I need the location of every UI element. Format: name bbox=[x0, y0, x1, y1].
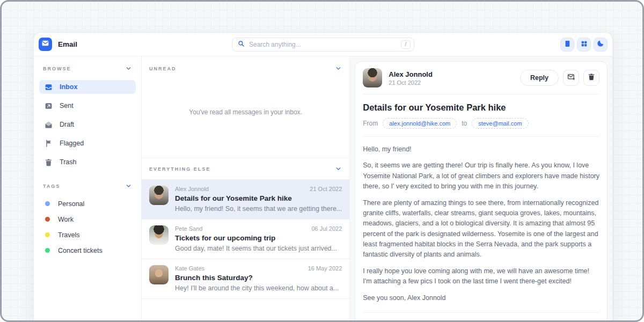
tag-dot bbox=[45, 201, 50, 206]
detail-date: 21 Oct 2022 bbox=[389, 79, 433, 86]
detail-header: Alex Jonnold 21 Oct 2022 Reply bbox=[363, 68, 599, 94]
email-paragraph: See you soon, Alex Jonnold bbox=[363, 293, 599, 303]
tags-list: Personal Work Travels Concert tickets bbox=[39, 196, 136, 258]
delete-button[interactable] bbox=[583, 70, 599, 86]
sidebar-item-label: Inbox bbox=[60, 83, 77, 91]
apps-grid-button[interactable] bbox=[577, 38, 591, 52]
sidebar-item-label: Trash bbox=[60, 158, 77, 166]
mail-snippet: Good day, mate! It seems that our ticket… bbox=[175, 245, 342, 252]
detail-area: Alex Jonnold 21 Oct 2022 Reply bbox=[350, 56, 612, 320]
sidebar-item-sent[interactable]: Sent bbox=[39, 99, 136, 113]
mail-list-item[interactable]: Pete Sand 06 Jul 2022 Tickets for our up… bbox=[142, 219, 349, 259]
brand: Email bbox=[39, 38, 232, 51]
app-window: Email / bbox=[33, 32, 613, 320]
email-body: Hello, my friend! So, it seems we are ge… bbox=[363, 137, 599, 313]
tag-label: Personal bbox=[58, 200, 84, 208]
chevron-down-icon bbox=[125, 65, 132, 72]
email-paragraph: So, it seems we are getting there! Our t… bbox=[363, 160, 599, 192]
envelope-icon bbox=[41, 39, 49, 49]
sidebar-item-trash[interactable]: Trash bbox=[39, 155, 136, 169]
app-title: Email bbox=[58, 40, 77, 48]
mail-snippet: Hey! I'll be around the city this weeken… bbox=[175, 284, 342, 292]
unread-empty-state: You've read all messages in your inbox. bbox=[142, 72, 349, 152]
search-shortcut-badge: / bbox=[401, 40, 411, 49]
draft-icon bbox=[45, 121, 53, 129]
detail-from-line: From alex.jonnold@hike.com to steve@mail… bbox=[363, 118, 599, 137]
avatar bbox=[149, 186, 169, 205]
mail-item-body: Pete Sand 06 Jul 2022 Tickets for our up… bbox=[175, 225, 342, 252]
mail-item-body: Kate Gates 16 May 2022 Brunch this Satur… bbox=[175, 265, 342, 292]
email-paragraph: Hello, my friend! bbox=[363, 144, 599, 155]
avatar bbox=[149, 225, 169, 245]
mail-sender: Alex Jonnold bbox=[175, 186, 209, 192]
mail-sender: Pete Sand bbox=[175, 225, 202, 232]
sidebar-item-label: Flagged bbox=[60, 140, 84, 147]
tag-item-concert-tickets[interactable]: Concert tickets bbox=[39, 243, 136, 258]
email-paragraph: There are plenty of amazing things to se… bbox=[363, 198, 599, 260]
search-icon bbox=[238, 40, 245, 49]
dark-mode-button[interactable] bbox=[594, 38, 608, 52]
trash-icon bbox=[588, 73, 595, 83]
everything-else-section: EVERYTHING ELSE Alex Jonnold 21 Oct 2022 bbox=[142, 158, 349, 299]
forward-mail-button[interactable] bbox=[563, 70, 579, 86]
from-label: From bbox=[363, 120, 378, 127]
browse-list: Inbox Sent Draft bbox=[39, 80, 136, 169]
unread-label: UNREAD bbox=[149, 66, 177, 71]
to-email-pill[interactable]: steve@mail.com bbox=[472, 118, 528, 129]
book-icon bbox=[564, 40, 571, 49]
sidebar-item-draft[interactable]: Draft bbox=[39, 118, 136, 131]
tag-item-personal[interactable]: Personal bbox=[39, 196, 136, 211]
tag-label: Concert tickets bbox=[58, 247, 103, 254]
chevron-down-icon bbox=[335, 165, 342, 172]
mail-date: 21 Oct 2022 bbox=[310, 186, 342, 192]
detail-sender-name: Alex Jonnold bbox=[389, 70, 433, 78]
browse-section-header[interactable]: BROWSE bbox=[39, 65, 136, 72]
reply-button[interactable]: Reply bbox=[520, 70, 559, 86]
tag-label: Work bbox=[58, 216, 74, 223]
avatar bbox=[149, 265, 169, 284]
trash-icon bbox=[45, 158, 53, 166]
tags-label: TAGS bbox=[43, 184, 60, 189]
mail-list-item[interactable]: Kate Gates 16 May 2022 Brunch this Satur… bbox=[142, 259, 349, 299]
moon-icon bbox=[597, 40, 604, 49]
everything-else-label: EVERYTHING ELSE bbox=[149, 166, 210, 172]
flag-icon bbox=[45, 140, 53, 148]
chevron-down-icon bbox=[125, 182, 132, 189]
mail-date: 16 May 2022 bbox=[308, 265, 342, 272]
detail-actions: Reply bbox=[520, 70, 599, 86]
tag-dot bbox=[45, 232, 50, 237]
sidebar-item-flagged[interactable]: Flagged bbox=[39, 136, 136, 150]
mail-subject: Tickets for our upcoming trip bbox=[175, 234, 342, 242]
grid-icon bbox=[581, 40, 588, 49]
tag-item-travels[interactable]: Travels bbox=[39, 227, 136, 243]
page-background: Email / bbox=[0, 0, 644, 322]
mail-item-body: Alex Jonnold 21 Oct 2022 Details for our… bbox=[175, 186, 342, 213]
everything-else-header[interactable]: EVERYTHING ELSE bbox=[142, 158, 349, 179]
mail-list-item[interactable]: Alex Jonnold 21 Oct 2022 Details for our… bbox=[142, 179, 349, 219]
main-content: BROWSE Inbox bbox=[34, 56, 612, 320]
tag-label: Travels bbox=[58, 231, 80, 239]
header-actions bbox=[414, 38, 608, 52]
sidebar-item-label: Draft bbox=[60, 121, 74, 128]
app-header: Email / bbox=[34, 33, 612, 56]
to-label: to bbox=[462, 120, 467, 127]
mail-subject: Brunch this Saturday? bbox=[175, 274, 342, 282]
book-button[interactable] bbox=[560, 38, 574, 52]
sidebar-item-label: Sent bbox=[60, 102, 74, 109]
browse-label: BROWSE bbox=[43, 66, 71, 71]
sidebar-item-inbox[interactable]: Inbox bbox=[39, 80, 136, 94]
from-email-pill[interactable]: alex.jonnold@hike.com bbox=[383, 118, 457, 129]
email-logo bbox=[39, 38, 52, 51]
email-paragraph: I really hope you love coming along with… bbox=[363, 266, 599, 287]
tag-dot bbox=[45, 217, 50, 222]
unread-section-header[interactable]: UNREAD bbox=[142, 56, 349, 72]
avatar bbox=[363, 68, 382, 87]
search-input[interactable] bbox=[249, 41, 397, 48]
message-list-column: UNREAD You've read all messages in your … bbox=[141, 56, 350, 320]
sent-icon bbox=[45, 102, 53, 110]
tag-item-work[interactable]: Work bbox=[39, 211, 136, 227]
tags-section-header[interactable]: TAGS bbox=[39, 182, 136, 189]
mail-sender: Kate Gates bbox=[175, 265, 204, 272]
search-bar[interactable]: / bbox=[232, 38, 414, 52]
mail-snippet: Hello, my friend! So, it seems that we a… bbox=[175, 205, 342, 213]
